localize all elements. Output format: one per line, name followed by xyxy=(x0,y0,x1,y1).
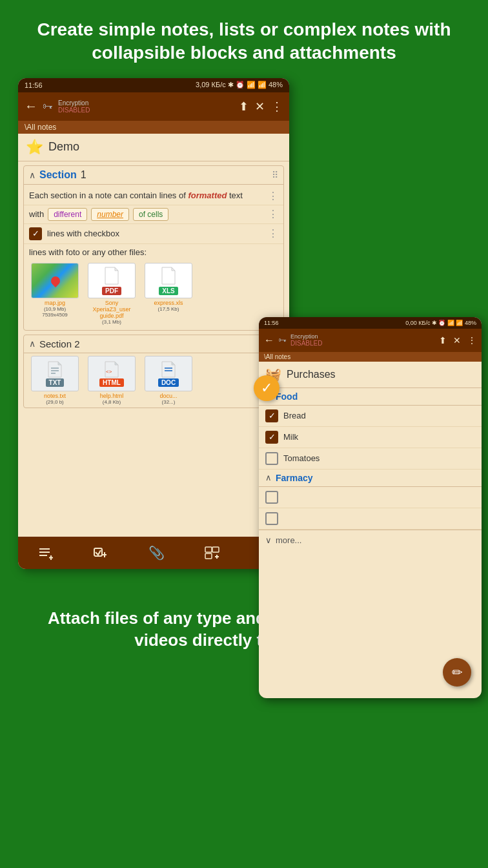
farmacy-item-1 xyxy=(259,487,482,508)
food-header: ∧ Food xyxy=(259,388,482,406)
cell-number: number xyxy=(91,208,129,221)
pdf-meta: (3,1 Mb) xyxy=(102,319,121,325)
farmacy-item-2 xyxy=(259,508,482,530)
more-expand-icon: ∨ xyxy=(265,535,272,545)
checkbox-bread[interactable]: ✓ xyxy=(265,409,278,422)
food-title: Food xyxy=(276,391,298,402)
section-1-drag: ⠿ xyxy=(272,170,278,180)
add-checkbox-button[interactable] xyxy=(93,546,108,560)
section-1-title: Section xyxy=(39,169,77,181)
food-item-bread: ✓ Bread xyxy=(259,406,482,427)
farmacy-collapse[interactable]: ∧ xyxy=(265,473,272,482)
close-icon-2[interactable]: ✕ xyxy=(453,335,461,346)
pdf-thumbnail: PDF xyxy=(88,263,136,298)
share-icon-2[interactable]: ⬆ xyxy=(439,335,447,346)
status-bar-main: 11:56 3,09 КБ/с ✱ ⏰ 📶 📶 48% xyxy=(18,78,289,92)
close-icon[interactable]: ✕ xyxy=(255,99,265,114)
doc-filename: docu... xyxy=(159,393,177,399)
more-icon[interactable]: ⋮ xyxy=(271,99,283,114)
purchases-title-row: 🧺 Purchases xyxy=(259,362,482,388)
attach-button[interactable]: 📎 xyxy=(148,545,165,561)
bottom-toolbar-main: 📎 A xyxy=(18,537,289,569)
file-xls[interactable]: XLS express.xls (17,5 Kb) xyxy=(143,263,194,312)
food-item-tomatoes: Tomatoes xyxy=(259,448,482,470)
svg-rect-14 xyxy=(205,547,212,552)
toolbar-main: ← 🗝 Encryption DISABLED ⬆ ✕ ⋮ xyxy=(18,92,289,121)
more-row[interactable]: ∨ more... xyxy=(259,530,482,550)
orange-check-overlay: ✓ xyxy=(254,375,280,401)
milk-label: Milk xyxy=(283,432,298,442)
cells-row: with different number of cells ⋮ xyxy=(24,205,283,224)
section-1-header: ∧ Section 1 ⠿ xyxy=(24,166,283,185)
encryption-info: Encryption DISABLED xyxy=(58,99,234,114)
status-icons: 3,09 КБ/с ✱ ⏰ 📶 📶 48% xyxy=(196,81,283,89)
note-title-area: ⭐ xyxy=(18,134,289,161)
section-2-header: ∧ Section 2 ⠿ xyxy=(24,335,283,353)
back-button[interactable]: ← xyxy=(25,99,37,114)
map-meta2: 7539x4509 xyxy=(42,312,68,318)
more-label: more... xyxy=(276,535,301,545)
farmacy-section: ∧ Farmacy xyxy=(259,470,482,530)
add-section-button[interactable] xyxy=(204,546,219,560)
share-icon[interactable]: ⬆ xyxy=(239,99,249,114)
section-1-body: Each section in a note can contain lines… xyxy=(24,185,283,330)
row-dots-1[interactable]: ⋮ xyxy=(268,190,278,202)
top-heading: Create simple notes, lists or complex no… xyxy=(0,0,488,78)
file-pdf[interactable]: PDF Sony XperiaZ3_user guide.pdf (3,1 Mb… xyxy=(86,263,137,325)
top-title: Create simple notes, lists or complex no… xyxy=(0,0,488,78)
html-thumbnail: <> HTML xyxy=(88,356,136,391)
xls-meta: (17,5 Kb) xyxy=(158,306,179,312)
txt-thumbnail: TXT xyxy=(31,356,79,391)
checkbox-farmacy-1[interactable] xyxy=(265,491,278,504)
map-filename: map.jpg xyxy=(45,300,65,306)
svg-rect-16 xyxy=(205,553,212,559)
map-thumbnail xyxy=(31,263,79,298)
breadcrumb-second: \All notes xyxy=(259,352,482,362)
xls-thumbnail: XLS xyxy=(145,263,192,298)
checkbox-checked[interactable]: ✓ xyxy=(29,227,42,240)
checkbox-farmacy-2[interactable] xyxy=(265,512,278,525)
checkbox-tomatoes[interactable] xyxy=(265,452,278,465)
screenshots-area: 11:56 3,09 КБ/с ✱ ⏰ 📶 📶 48% ← 🗝 Encrypti… xyxy=(0,78,488,595)
checkbox-milk[interactable]: ✓ xyxy=(265,431,278,444)
checkbox-label: lines with checkbox xyxy=(47,229,119,238)
section-2-collapse[interactable]: ∧ xyxy=(29,338,36,349)
section-1-collapse[interactable]: ∧ xyxy=(29,170,36,180)
phone-second: 11:56 0,00 КБ/с ✱ ⏰ 📶 📶 48% ← 🗝 Encrypti… xyxy=(259,317,482,698)
toolbar-action-icons: ⬆ ✕ ⋮ xyxy=(239,99,283,114)
key-icon: 🗝 xyxy=(43,101,53,112)
svg-text:<>: <> xyxy=(106,369,112,375)
note-title-input[interactable] xyxy=(48,140,281,154)
txt-filename: notes.txt xyxy=(44,393,66,399)
breadcrumb-main: \All notes xyxy=(18,121,289,134)
files-label: lines with foto or any other files: xyxy=(24,244,283,260)
file-html[interactable]: <> HTML help.html (4,8 Kb) xyxy=(86,356,137,405)
section-1-row-description: Each section in a note can contain lines… xyxy=(24,187,283,205)
bread-label: Bread xyxy=(283,411,306,420)
add-line-button[interactable] xyxy=(38,546,54,560)
map-meta1: (10,9 Mb) xyxy=(44,306,66,312)
tomatoes-label: Tomatoes xyxy=(283,453,320,463)
txt-meta: (29,0 b) xyxy=(46,399,64,405)
html-meta: (4,8 Kb) xyxy=(103,399,121,405)
section-1-num: 1 xyxy=(81,169,86,181)
fab-edit-icon: ✏ xyxy=(452,665,463,680)
encryption-info-2: Encryption DISABLED xyxy=(290,333,435,347)
file-txt[interactable]: TXT notes.txt (29,0 b) xyxy=(29,356,81,405)
phone-main: 11:56 3,09 КБ/с ✱ ⏰ 📶 📶 48% ← 🗝 Encrypti… xyxy=(18,78,289,569)
toolbar-second: ← 🗝 Encryption DISABLED ⬆ ✕ ⋮ xyxy=(259,329,482,352)
cell-different: different xyxy=(48,208,87,221)
status-icons-2: 0,00 КБ/с ✱ ⏰ 📶 📶 48% xyxy=(405,320,476,326)
file-doc[interactable]: DOC docu... (32...) xyxy=(143,356,194,405)
purchases-title: Purchases xyxy=(287,369,336,380)
row-dots-2[interactable]: ⋮ xyxy=(268,208,278,220)
fab-edit-button[interactable]: ✏ xyxy=(443,658,471,687)
back-button-2[interactable]: ← xyxy=(264,335,274,346)
file-map[interactable]: map.jpg (10,9 Mb) 7539x4509 xyxy=(29,263,81,318)
section-1: ∧ Section 1 ⠿ Each section in a note can… xyxy=(23,165,284,331)
row-dots-3[interactable]: ⋮ xyxy=(268,227,278,240)
cell-ofcells: of cells xyxy=(133,208,168,221)
more-icon-2[interactable]: ⋮ xyxy=(467,335,476,346)
key-icon-2: 🗝 xyxy=(278,335,287,345)
farmacy-title: Farmacy xyxy=(276,473,313,483)
